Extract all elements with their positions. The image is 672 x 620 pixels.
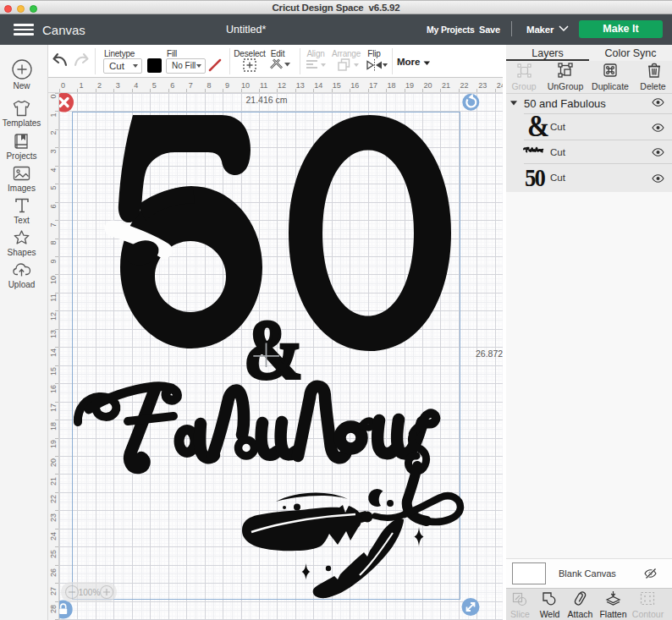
svg-text:100%: 100% (79, 588, 101, 597)
svg-text:&: & (244, 302, 303, 395)
